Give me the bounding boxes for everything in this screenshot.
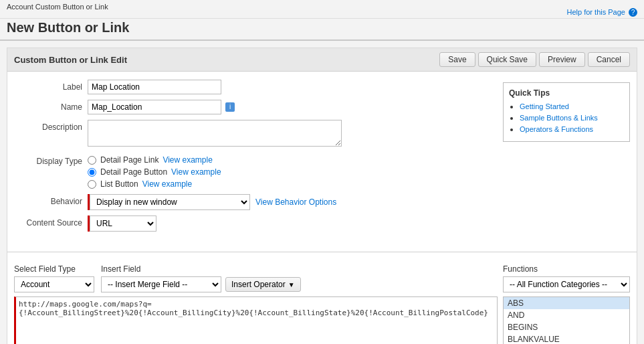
help-icon: ? <box>629 8 637 17</box>
name-input[interactable] <box>88 100 221 114</box>
function-categories-select[interactable]: -- All Function Categories -- <box>503 276 630 292</box>
detail-link-example[interactable]: View example <box>163 155 212 165</box>
info-icon[interactable]: i <box>225 102 235 112</box>
view-behavior-options-link[interactable]: View Behavior Options <box>255 197 336 207</box>
section-title: Custom Button or Link Edit <box>14 55 127 65</box>
radio-detail-link-item: Detail Page Link View example <box>88 155 490 165</box>
radio-list-button[interactable] <box>88 180 96 189</box>
behavior-label: Behavior <box>14 194 88 206</box>
quick-tips-getting-started[interactable]: Getting Started <box>520 102 569 110</box>
preview-button[interactable]: Preview <box>539 52 585 67</box>
insert-field-label: Insert Field <box>101 264 301 274</box>
content-source-label: Content Source <box>14 216 88 228</box>
quick-tips-sample-buttons[interactable]: Sample Buttons & Links <box>520 114 598 122</box>
insert-operator-button[interactable]: Insert Operator ▼ <box>225 277 301 292</box>
function-item-abs[interactable]: ABS <box>504 297 629 309</box>
field-type-select[interactable]: Account <box>14 276 94 292</box>
functions-label: Functions <box>503 264 630 274</box>
display-type-label: Display Type <box>14 154 88 166</box>
radio-detail-button[interactable] <box>88 168 96 177</box>
content-source-select[interactable]: URL Visualforce Page OnClick JavaScript <box>90 216 156 232</box>
save-button[interactable]: Save <box>439 52 475 67</box>
label-input[interactable] <box>88 80 221 94</box>
cancel-button[interactable]: Cancel <box>588 52 630 67</box>
function-item-and[interactable]: AND <box>504 309 629 321</box>
radio-detail-button-item: Detail Page Button View example <box>88 167 490 177</box>
description-input[interactable] <box>88 120 342 147</box>
quick-tips-title: Quick Tips <box>509 88 624 98</box>
function-item-begins[interactable]: BEGINS <box>504 321 629 333</box>
detail-button-example[interactable]: View example <box>171 167 221 177</box>
insert-merge-field-select[interactable]: -- Insert Merge Field -- <box>101 276 221 292</box>
page-title: New Button or Link <box>0 19 644 41</box>
radio-detail-button-label: Detail Page Button <box>100 167 167 177</box>
radio-detail-link[interactable] <box>88 156 96 165</box>
functions-list: ABS AND BEGINS BLANKVALUE CASE CASESAFEI… <box>503 296 630 344</box>
behavior-select[interactable]: Display in new window Display in same wi… <box>90 194 250 210</box>
radio-detail-link-label: Detail Page Link <box>100 155 158 165</box>
description-label: Description <box>14 120 88 132</box>
breadcrumb: Account Custom Button or Link <box>7 3 108 11</box>
function-item-blankvalue[interactable]: BLANKVALUE <box>504 333 629 344</box>
quick-save-button[interactable]: Quick Save <box>478 52 536 67</box>
url-editor[interactable]: http://maps.google.com/maps?q= {!Account… <box>14 296 498 344</box>
chevron-down-icon: ▼ <box>288 281 295 288</box>
quick-tips-operators[interactable]: Operators & Functions <box>520 125 593 133</box>
help-link[interactable]: Help for this Page ? <box>567 3 638 17</box>
list-button-example[interactable]: View example <box>142 179 192 189</box>
name-field-label: Name <box>14 100 88 112</box>
radio-list-button-item: List Button View example <box>88 179 490 189</box>
select-field-type-label: Select Field Type <box>14 264 94 274</box>
radio-list-button-label: List Button <box>100 179 138 189</box>
insert-operator-label: Insert Operator <box>231 280 286 289</box>
label-field-label: Label <box>14 80 88 92</box>
